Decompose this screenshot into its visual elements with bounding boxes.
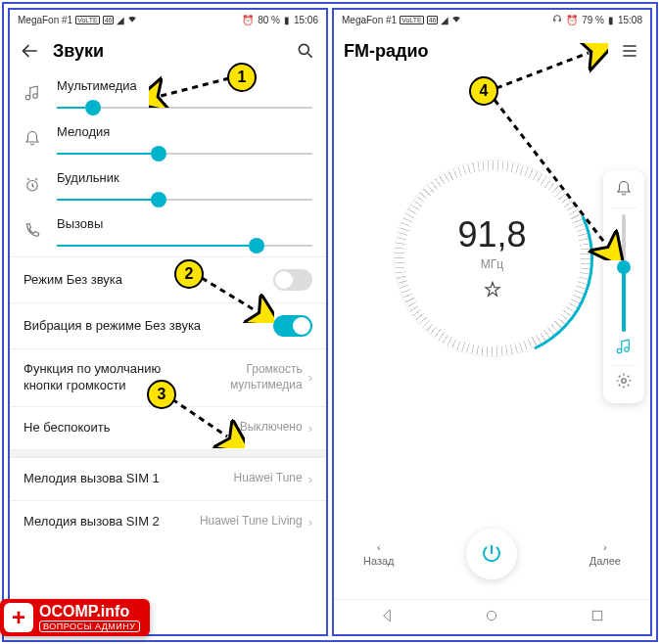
silent-mode-row[interactable]: Режим Без звука [10,256,326,302]
volume-slider[interactable] [622,214,626,332]
plus-icon: + [4,603,33,632]
clock-icon [24,176,41,198]
gear-icon[interactable] [615,372,633,393]
header: FM-радио [334,29,650,72]
headphone-icon [552,14,562,25]
section-divider [10,449,326,457]
slider-label: Мелодия [57,124,312,139]
tuning-dial[interactable]: 91,8 МГц [395,161,590,356]
volte-badge: VoLTE [400,16,424,24]
signal-icon: ◢ [441,15,448,25]
header: Звуки [10,29,326,72]
bell-icon [24,130,41,152]
media-slider[interactable] [57,97,312,118]
nav-recent-icon[interactable] [589,608,605,627]
nav-home-icon[interactable] [484,608,499,627]
vibrate-silent-row[interactable]: Вибрация в режиме Без звука [10,302,326,348]
time-label: 15:08 [618,15,642,25]
slider-label: Мультимедиа [57,78,312,93]
favorite-icon[interactable] [484,281,501,302]
frequency-unit: МГц [481,257,503,271]
dnd-row[interactable]: Не беспокоить Выключено › [10,406,326,449]
radio-controls: ‹ Назад › Далее [334,529,650,579]
chevron-right-icon: › [308,515,312,529]
sim1-ringtone-row[interactable]: Мелодия вызова SIM 1 Huawei Tune › [10,457,326,500]
status-bar: MegaFon #1 VoLTE 46 ◢ ⏰ 79 % ▮ 15:08 [334,10,650,29]
power-button[interactable] [466,529,517,579]
battery-icon: ▮ [608,15,614,25]
ringtone-slider[interactable] [57,143,312,164]
chevron-right-icon: › [603,541,607,553]
callout-1: 1 [227,63,257,92]
carrier-label: MegaFon #1 [18,15,72,25]
svg-point-0 [299,44,308,54]
watermark-badge: + OCOMP.info ВОПРОСЫ АДМИНУ [0,599,150,636]
lte-badge: 46 [103,16,115,24]
android-navbar [334,599,650,634]
volume-row-calls: Вызовы [10,210,326,256]
alarm-slider[interactable] [57,189,312,210]
radio-content: 91,8 МГц ‹ Назад [334,72,650,599]
music-icon[interactable] [615,338,633,359]
wifi-icon [127,14,137,25]
wifi-icon [451,14,461,25]
phone-fmradio: MegaFon #1 VoLTE 46 ◢ ⏰ 79 % ▮ 15:08 FM-… [332,8,652,636]
prev-button[interactable]: ‹ Назад [363,541,395,567]
phone-sounds: MegaFon #1 VoLTE 46 ◢ ⏰ 80 % ▮ 15:06 Зву… [8,8,328,636]
callout-2: 2 [174,259,204,289]
volume-row-alarm: Будильник [10,164,326,210]
svg-point-3 [488,611,496,620]
volte-badge: VoLTE [75,16,100,24]
back-icon[interactable] [20,40,41,62]
svg-rect-4 [592,611,601,620]
battery-icon: ▮ [284,15,290,25]
svg-point-2 [622,379,627,384]
callout-3: 3 [147,380,176,409]
bell-icon[interactable] [615,180,633,202]
phone-icon [24,222,41,244]
volume-row-media: Мультимедиа [10,72,326,118]
speaker-icon[interactable] [586,40,607,62]
time-label: 15:06 [294,15,318,25]
calls-slider[interactable] [57,235,312,256]
callout-4: 4 [469,76,498,106]
page-title: Звуки [53,41,283,62]
chevron-left-icon: ‹ [377,541,381,553]
frequency-value: 91,8 [457,214,526,255]
volume-row-ringtone: Мелодия [10,118,326,164]
search-icon[interactable] [295,40,316,62]
alarm-icon: ⏰ [566,15,578,25]
chevron-right-icon: › [308,472,312,486]
page-title: FM-радио [344,41,574,62]
content-area: Мультимедиа Мелодия Будильник [10,72,326,634]
carrier-label: MegaFon #1 [342,15,397,25]
slider-label: Вызовы [57,216,312,231]
status-bar: MegaFon #1 VoLTE 46 ◢ ⏰ 80 % ▮ 15:06 [10,10,326,29]
menu-icon[interactable] [619,40,640,62]
chevron-right-icon: › [308,370,312,385]
battery-text: 80 % [258,15,280,25]
chevron-right-icon: › [308,421,312,436]
lte-badge: 46 [427,16,439,24]
sim2-ringtone-row[interactable]: Мелодия вызова SIM 2 Huawei Tune Living … [10,500,326,543]
slider-label: Будильник [57,170,312,185]
next-button[interactable]: › Далее [589,541,621,567]
battery-text: 79 % [582,15,604,25]
alarm-icon: ⏰ [242,15,254,25]
media-icon [24,84,41,106]
silent-toggle[interactable] [273,269,312,291]
volume-panel [603,170,644,403]
nav-back-icon[interactable] [379,608,395,627]
signal-icon: ◢ [117,15,124,25]
vibrate-toggle[interactable] [273,315,312,337]
